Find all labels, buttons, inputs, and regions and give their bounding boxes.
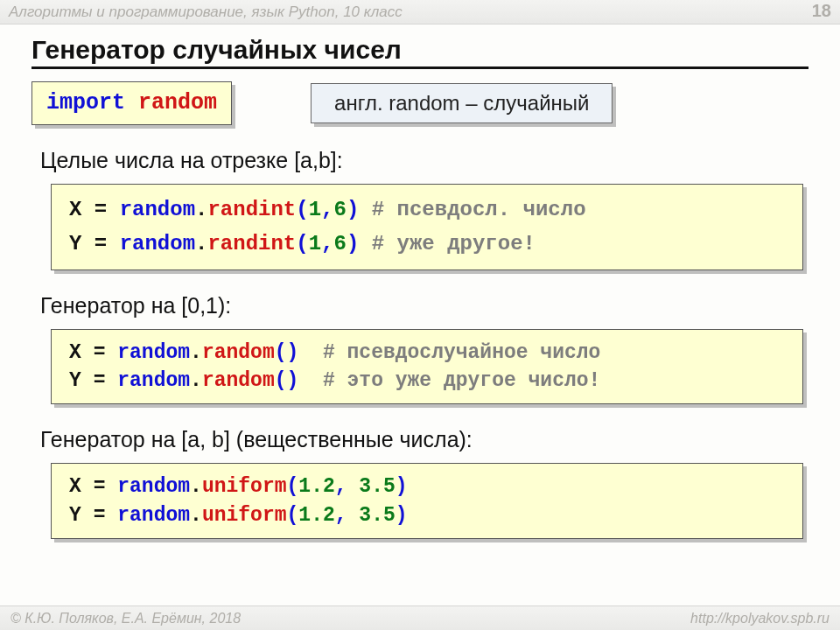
section2-code: X = random.random() # псевдослучайное чи… [51, 329, 803, 404]
paren: ) [396, 475, 408, 498]
code-var: Y [69, 504, 81, 527]
section1-code: X = random.randint(1,6) # псевдосл. числ… [51, 184, 803, 270]
slide-content: Генератор случайных чисел import random … [0, 24, 840, 539]
arg: 1.2 [298, 475, 334, 498]
eq: = [94, 369, 106, 392]
intro-row: import random англ. random – случайный [32, 81, 808, 125]
code-var: X [69, 475, 81, 498]
header-bar: Алгоритмы и программирование, язык Pytho… [0, 0, 840, 24]
section3-code: X = random.uniform(1.2, 3.5) Y = random.… [51, 463, 803, 538]
dot: . [190, 369, 202, 392]
arg: 1 [309, 232, 321, 256]
import-box: import random [32, 81, 232, 125]
paren: ( [287, 475, 299, 498]
code-var: X [69, 198, 81, 221]
footer-copyright: © К.Ю. Поляков, Е.А. Ерёмин, 2018 [10, 611, 241, 626]
obj: random [117, 504, 190, 527]
eq: = [94, 341, 106, 364]
section2-label: Генератор на [0,1): [40, 293, 808, 318]
code-var: X [69, 341, 81, 364]
paren: () [275, 369, 299, 392]
comment: # псевдосл. число [359, 198, 585, 221]
eq: = [94, 504, 106, 527]
paren: ) [346, 232, 359, 256]
code-var: Y [69, 369, 81, 392]
dot: . [190, 341, 202, 364]
fn: random [202, 341, 275, 364]
header-title: Алгоритмы и программирование, язык Pytho… [9, 4, 402, 21]
fn: randint [207, 232, 296, 256]
arg: 3.5 [359, 475, 395, 498]
eq: = [94, 475, 106, 498]
dot: . [190, 475, 202, 498]
slide-title: Генератор случайных чисел [32, 35, 808, 69]
obj: random [117, 369, 190, 392]
comment: # уже другое! [359, 232, 536, 256]
fn: uniform [202, 504, 287, 527]
paren: ) [346, 198, 359, 221]
dot: . [195, 232, 207, 256]
paren: ) [396, 504, 408, 527]
fn: uniform [202, 475, 287, 498]
section3-label: Генератор на [a, b] (вещественные числа)… [40, 427, 808, 452]
comma: , [321, 198, 333, 221]
obj: random [120, 198, 195, 221]
eq: = [94, 198, 107, 221]
code-var: Y [69, 232, 81, 256]
section1-label: Целые числа на отрезке [a,b]: [40, 148, 808, 173]
comment: # псевдослучайное число [298, 341, 600, 364]
paren: () [275, 341, 299, 364]
footer-url: http://kpolyakov.spb.ru [690, 611, 830, 626]
module-name: random [138, 90, 217, 116]
obj: random [117, 341, 190, 364]
paren: ( [287, 504, 299, 527]
arg: 3.5 [359, 504, 395, 527]
paren: ( [296, 232, 308, 256]
obj: random [117, 475, 190, 498]
comment: # это уже другое число! [298, 369, 600, 392]
dot: . [195, 198, 207, 221]
arg: 1 [309, 198, 321, 221]
tip-box: англ. random – случайный [311, 83, 612, 123]
dot: . [190, 504, 202, 527]
keyword-import: import [46, 90, 125, 116]
comma: , [335, 504, 360, 527]
comma: , [335, 475, 360, 498]
obj: random [120, 232, 195, 256]
arg: 6 [334, 198, 346, 221]
fn: random [202, 369, 275, 392]
fn: randint [207, 198, 296, 221]
eq: = [94, 232, 107, 256]
arg: 1.2 [298, 504, 334, 527]
arg: 6 [334, 232, 346, 256]
comma: , [321, 232, 333, 256]
paren: ( [296, 198, 308, 221]
footer-bar: © К.Ю. Поляков, Е.А. Ерёмин, 2018 http:/… [0, 606, 840, 630]
page-number: 18 [812, 1, 831, 21]
